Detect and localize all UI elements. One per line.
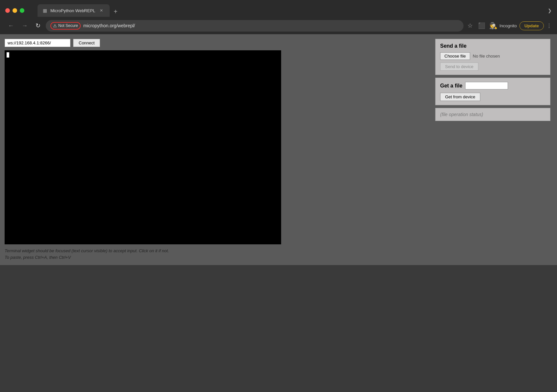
not-secure-button[interactable]: ⚠ Not Secure — [50, 22, 81, 30]
websocket-url-input[interactable] — [5, 39, 70, 47]
close-window-button[interactable] — [5, 8, 10, 13]
connection-bar: Connect — [5, 39, 429, 47]
get-file-input[interactable] — [465, 82, 508, 89]
update-button[interactable]: Update — [519, 21, 544, 30]
back-button[interactable]: ← — [5, 21, 16, 31]
title-bar: ▦ MicroPython WebREPL ✕ + ❯ — [0, 0, 557, 17]
page-content: Connect Terminal widget should be focuse… — [0, 34, 557, 265]
status-section: (file operation status) — [435, 108, 550, 121]
get-file-title: Get a file — [440, 83, 463, 89]
incognito-icon: 🕵 — [489, 22, 497, 30]
right-panel: Send a file Choose file No file chosen S… — [435, 39, 550, 260]
send-to-device-button[interactable]: Send to device — [440, 62, 478, 71]
file-operation-status: (file operation status) — [440, 112, 483, 117]
get-file-section: Get a file Get from device — [435, 78, 550, 105]
refresh-button[interactable]: ↻ — [33, 21, 43, 31]
browser-chrome: ▦ MicroPython WebREPL ✕ + ❯ ← → ↻ ⚠ Not … — [0, 0, 557, 34]
terminal[interactable] — [5, 50, 281, 244]
warning-icon: ⚠ — [53, 23, 57, 28]
not-secure-label: Not Secure — [58, 23, 78, 28]
terminal-hint: Terminal widget should be focused (text … — [5, 248, 429, 260]
url-display: micropython.org/webrepl/ — [83, 23, 459, 28]
menu-dots-button[interactable]: ⋮ — [546, 23, 552, 29]
new-tab-button[interactable]: + — [111, 7, 120, 17]
webrepl-content: Connect Terminal widget should be focuse… — [0, 34, 557, 265]
get-file-row: Get a file — [440, 82, 545, 89]
tab-overflow-button[interactable]: ❯ — [548, 8, 552, 13]
forward-button[interactable]: → — [19, 21, 30, 31]
nav-bar: ← → ↻ ⚠ Not Secure micropython.org/webre… — [0, 17, 557, 34]
maximize-window-button[interactable] — [20, 8, 24, 13]
traffic-lights — [5, 8, 24, 13]
send-file-title: Send a file — [440, 43, 545, 49]
connect-button[interactable]: Connect — [73, 39, 100, 47]
active-tab[interactable]: ▦ MicroPython WebREPL ✕ — [38, 4, 110, 17]
tab-title-label: MicroPython WebREPL — [50, 8, 95, 13]
incognito-badge: 🕵 Incognito — [489, 22, 517, 30]
file-chooser-row: Choose file No file chosen — [440, 52, 545, 60]
minimize-window-button[interactable] — [13, 8, 17, 13]
send-device-row: Send to device — [440, 62, 545, 71]
terminal-hint-line2: To paste, press Ctrl+A, then Ctrl+V — [5, 254, 429, 261]
tab-close-button[interactable]: ✕ — [98, 8, 104, 13]
cast-button[interactable]: ⬛ — [477, 21, 487, 31]
tab-icon: ▦ — [43, 8, 47, 13]
incognito-label: Incognito — [499, 23, 517, 28]
left-panel: Connect Terminal widget should be focuse… — [5, 39, 429, 260]
send-file-section: Send a file Choose file No file chosen S… — [435, 39, 550, 75]
terminal-cursor — [7, 52, 9, 58]
tabs-bar: ▦ MicroPython WebREPL ✕ + — [38, 4, 544, 17]
get-from-device-button[interactable]: Get from device — [440, 93, 480, 101]
no-file-label: No file chosen — [473, 54, 500, 59]
bookmark-button[interactable]: ☆ — [466, 21, 474, 31]
nav-actions: ☆ ⬛ 🕵 Incognito Update ⋮ — [466, 21, 552, 31]
choose-file-button[interactable]: Choose file — [440, 52, 470, 60]
terminal-hint-line1: Terminal widget should be focused (text … — [5, 248, 429, 254]
address-bar[interactable]: ⚠ Not Secure micropython.org/webrepl/ — [46, 20, 464, 32]
